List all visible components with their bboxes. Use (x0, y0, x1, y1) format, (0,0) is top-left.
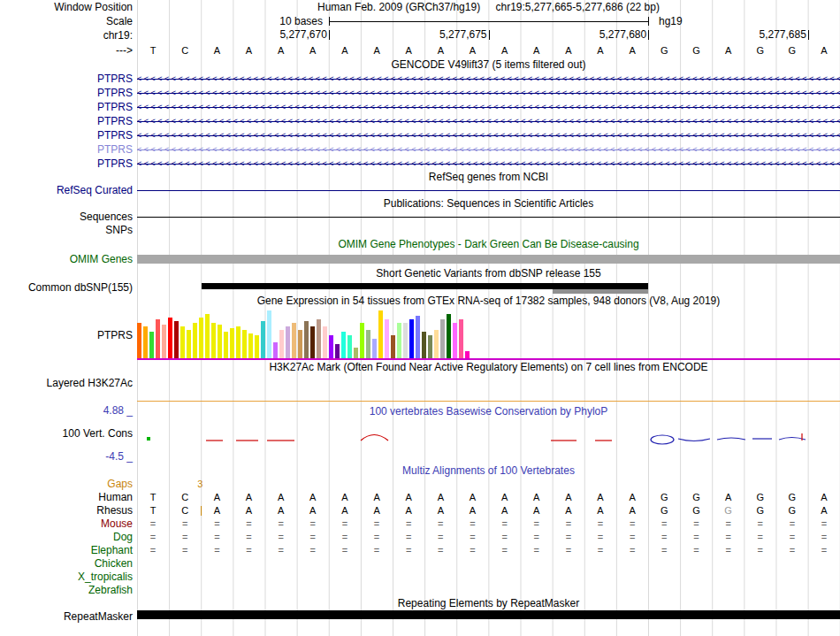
track-label-ptprs[interactable]: PTPRS (0, 128, 137, 142)
repeatmasker-track-title[interactable]: Repeating Elements by RepeatMasker (137, 597, 840, 610)
multiz-base: A (265, 504, 297, 517)
gencode-track-title[interactable]: GENCODE V49lift37 (5 items filtered out) (137, 58, 840, 72)
multiz-gap-symbols: ====================== (137, 517, 840, 531)
track-label-ptprs[interactable]: PTPRS (0, 114, 137, 128)
strand-arrows-left: < < < < < < < < < < < < < < < < < < < < … (137, 114, 840, 128)
double-gap-symbol: = (361, 544, 393, 557)
sequence-row[interactable]: ---> TCAAAAAAAAAAAAAAGGAGGA (0, 42, 840, 58)
multiz-base: A (265, 491, 297, 504)
dbsnp-track[interactable] (137, 280, 840, 295)
h3k27ac-track-title[interactable]: H3K27Ac Mark (Often Found Near Active Re… (137, 360, 840, 374)
multiz-track[interactable]: ====================== (137, 544, 840, 557)
gtex-expression-bar (354, 348, 358, 358)
dbsnp-track-title[interactable]: Short Genetic Variants from dbSNP releas… (137, 267, 840, 280)
multiz-base: A (201, 504, 233, 517)
multiz-species-label[interactable]: X_tropicalis (0, 571, 137, 584)
gtex-expression-bar (372, 339, 377, 358)
transcript-track[interactable]: < < < < < < < < < < < < < < < < < < < < … (137, 142, 840, 157)
track-label-common-dbsnp[interactable]: Common dbSNP(155) (0, 280, 137, 295)
dbsnp-title-row: Short Genetic Variants from dbSNP releas… (0, 267, 840, 280)
double-gap-symbol: = (456, 544, 488, 557)
gtex-expression-bar (409, 319, 414, 358)
multiz-species-label[interactable]: Human (0, 491, 137, 504)
double-gap-symbol: = (329, 544, 361, 557)
gtex-track-title[interactable]: Gene Expression in 54 tissues from GTEx … (137, 295, 840, 308)
assembly-name: hg19 (659, 14, 683, 28)
track-label-ptprs[interactable]: PTPRS (0, 86, 137, 100)
conservation-track[interactable]: 100 vertebrates Basewise Conservation by… (137, 404, 840, 464)
transcript-track[interactable]: < < < < < < < < < < < < < < < < < < < < … (137, 114, 840, 128)
gtex-expression-bar (205, 314, 210, 358)
track-label-ptprs[interactable]: PTPRS (0, 157, 137, 171)
multiz-species-label[interactable]: Dog (0, 531, 137, 544)
multiz-track[interactable]: ====================== (137, 531, 840, 544)
h3k27ac-track[interactable] (137, 374, 840, 404)
conservation-track-title[interactable]: 100 vertebrates Basewise Conservation by… (137, 404, 840, 418)
track-label-repeatmasker[interactable]: RepeatMasker (0, 610, 137, 623)
refseq-track-title[interactable]: RefSeq genes from NCBI (137, 171, 840, 184)
double-gap-symbol: = (456, 531, 488, 544)
track-label-ptprs[interactable]: PTPRS (0, 72, 137, 86)
multiz-species-label[interactable]: Mouse (0, 517, 137, 531)
transcript-track[interactable]: < < < < < < < < < < < < < < < < < < < < … (137, 128, 840, 142)
gtex-expression-bar (168, 318, 172, 358)
gtex-expression-bar (242, 330, 247, 358)
refseq-title-row: RefSeq genes from NCBI (0, 171, 840, 184)
snps-track[interactable] (137, 224, 840, 237)
strand-direction-label[interactable]: ---> (0, 42, 137, 58)
conservation-mark (361, 435, 388, 441)
transcript-track[interactable]: < < < < < < < < < < < < < < < < < < < < … (137, 157, 840, 171)
multiz-track[interactable]: ====================== (137, 517, 840, 531)
multiz-base: A (424, 491, 456, 504)
track-label-ptprs[interactable]: PTPRS (0, 100, 137, 114)
omim-genes-track[interactable] (137, 251, 840, 267)
refseq-curated-track[interactable] (137, 184, 840, 197)
track-label-refseq-curated[interactable]: RefSeq Curated (0, 184, 137, 197)
gtex-expression-bar (434, 330, 439, 358)
multiz-track[interactable] (137, 571, 840, 584)
double-gap-symbol: = (489, 544, 521, 557)
gtex-expression-bar (224, 332, 228, 358)
sequence-base: A (521, 42, 553, 58)
multiz-base: A (233, 491, 264, 504)
double-gap-symbol: = (393, 544, 424, 557)
multiz-track[interactable]: 3 (137, 478, 840, 491)
multiz-track-title[interactable]: Multiz Alignments of 100 Vertebrates (137, 464, 840, 478)
publications-track-title[interactable]: Publications: Sequences in Scientific Ar… (137, 197, 840, 211)
double-gap-symbol: = (489, 517, 521, 531)
multiz-species-label[interactable]: Rhesus (0, 504, 137, 517)
conservation-label-cell[interactable]: 4.88 _ 100 Vert. Cons -4.5 _ (0, 404, 137, 464)
multiz-species-label[interactable]: Chicken (0, 557, 137, 571)
multiz-species-label[interactable]: Gaps (0, 478, 137, 491)
insert-marker (201, 506, 202, 516)
track-label-omim-genes[interactable]: OMIM Genes (0, 251, 137, 267)
multiz-row-chicken: Chicken (0, 557, 840, 571)
gtex-expression-bar (230, 328, 234, 358)
gtex-expression-bar (366, 330, 370, 358)
multiz-track[interactable] (137, 557, 840, 571)
sequences-track[interactable] (137, 211, 840, 224)
track-label-gtex-ptprs[interactable]: PTPRS (0, 308, 137, 360)
multiz-track[interactable]: TCAAAAAAAAAAAAAAGGAGGA (137, 491, 840, 504)
sequence-base: G (648, 42, 680, 58)
omim-track-title[interactable]: OMIM Gene Phenotypes - Dark Green Can Be… (137, 237, 840, 251)
gtex-expression-bar (236, 326, 241, 358)
double-gap-symbol: = (713, 544, 745, 557)
sequence-base: A (265, 42, 297, 58)
repeatmasker-track[interactable] (137, 610, 840, 623)
track-label-snps[interactable]: SNPs (0, 224, 137, 237)
transcript-track[interactable]: < < < < < < < < < < < < < < < < < < < < … (137, 72, 840, 86)
multiz-species-label[interactable]: Elephant (0, 544, 137, 557)
gtex-expression-chart[interactable] (137, 308, 840, 360)
coordinate-axis: 5,277,6705,277,6755,277,6805,277,685 (137, 28, 840, 42)
track-label-sequences[interactable]: Sequences (0, 211, 137, 224)
multiz-species-label[interactable]: Zebrafish (0, 584, 137, 597)
transcript-track[interactable]: < < < < < < < < < < < < < < < < < < < < … (137, 86, 840, 100)
multiz-track[interactable]: TCAAAAAAAAAAAAAAGGGGGA (137, 504, 840, 517)
track-label-100-vert-cons[interactable]: 100 Vert. Cons (63, 427, 133, 441)
transcript-track[interactable]: < < < < < < < < < < < < < < < < < < < < … (137, 100, 840, 114)
dna-sequence-track[interactable]: TCAAAAAAAAAAAAAAGGAGGA (137, 42, 840, 58)
track-label-ptprs[interactable]: PTPRS (0, 142, 137, 157)
multiz-track[interactable] (137, 584, 840, 597)
track-label-layered-h3k27ac[interactable]: Layered H3K27Ac (0, 374, 137, 404)
